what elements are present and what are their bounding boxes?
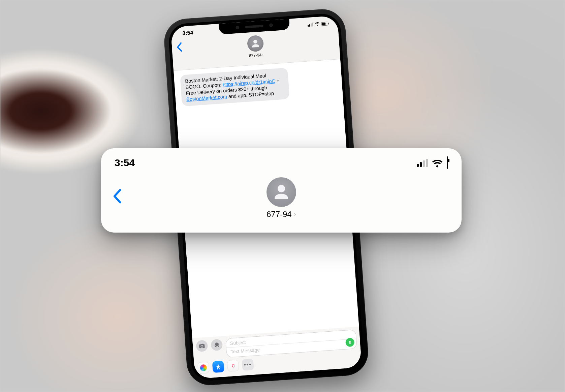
photos-app-icon[interactable] xyxy=(197,362,210,374)
contact-name: 677-94 xyxy=(249,53,261,58)
wifi-icon xyxy=(432,159,443,167)
sensor-icon xyxy=(269,23,273,27)
callout-status-bar: 3:54 xyxy=(115,157,448,169)
music-app-icon[interactable]: ♫ xyxy=(227,360,239,372)
front-camera-icon xyxy=(236,26,239,29)
contact-header[interactable]: 677-94 › xyxy=(115,176,448,219)
header-callout: 3:54 677-94 › xyxy=(101,148,462,233)
battery-icon xyxy=(321,22,328,26)
cellular-signal-icon xyxy=(417,159,428,167)
back-button[interactable] xyxy=(113,189,122,205)
wifi-icon xyxy=(315,22,320,26)
send-button[interactable] xyxy=(345,338,355,347)
contact-header[interactable]: 677-94 › xyxy=(247,35,264,58)
status-time: 3:54 xyxy=(180,30,193,37)
contact-avatar-icon xyxy=(247,35,264,52)
apps-button[interactable] xyxy=(211,339,223,351)
app-store-icon[interactable] xyxy=(212,361,224,373)
chevron-right-icon: › xyxy=(262,53,264,57)
cellular-signal-icon xyxy=(308,22,313,26)
contact-name: 677-94 xyxy=(266,210,292,219)
chevron-right-icon: › xyxy=(294,210,296,219)
battery-icon xyxy=(447,157,448,169)
message-bubble[interactable]: Boston Market: 2-Day Individual Meal BOG… xyxy=(180,68,290,107)
back-button[interactable] xyxy=(176,42,183,55)
callout-time: 3:54 xyxy=(115,157,135,169)
more-apps-button[interactable]: ••• xyxy=(242,359,254,371)
speaker-grille-icon xyxy=(245,25,263,28)
camera-button[interactable] xyxy=(196,340,208,352)
contact-avatar-icon xyxy=(266,177,296,207)
